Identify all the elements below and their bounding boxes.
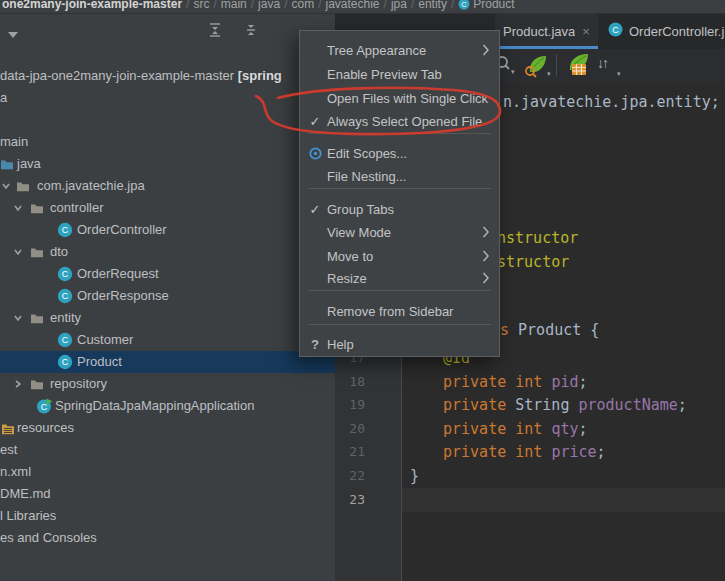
tree-item-label: l Libraries	[0, 505, 56, 527]
breadcrumb-separator: /	[251, 0, 254, 11]
spring-data-table-icon[interactable]	[564, 51, 593, 84]
tree-item-ordercontroller[interactable]: COrderController	[0, 219, 335, 241]
tree-item-label: main	[0, 131, 28, 153]
menu-item-label: Group Tabs	[327, 198, 394, 221]
tree-item-product[interactable]: CProduct	[0, 351, 335, 373]
svg-text:C: C	[62, 269, 69, 279]
code-line: }	[410, 468, 419, 485]
class-icon: C	[57, 285, 73, 307]
tree-item-resources[interactable]: resources	[0, 417, 335, 439]
code-line: structor	[497, 254, 569, 271]
class-icon: C	[57, 219, 73, 241]
tab-label: Product.java	[503, 24, 575, 39]
menu-item-label: Enable Preview Tab	[327, 63, 442, 86]
breadcrumb-separator: /	[318, 0, 321, 11]
breadcrumb-item-java[interactable]: java	[258, 0, 280, 11]
close-icon[interactable]: ×	[582, 24, 590, 39]
tree-item-dto[interactable]: dto	[0, 241, 335, 263]
menu-item-group-tabs[interactable]: ✓Group Tabs	[300, 198, 499, 221]
tree-item-springdatajpamappingapplication[interactable]: CSpringDataJpaMappingApplication	[0, 395, 335, 417]
submenu-arrow-icon	[482, 43, 490, 60]
menu-item-resize[interactable]: Resize	[300, 267, 499, 290]
tree-item-entity[interactable]: entity	[0, 307, 335, 329]
tree-item-label: est	[0, 439, 17, 461]
chevron-down-icon[interactable]	[13, 241, 23, 263]
menu-item-tree-appearance[interactable]: Tree Appearance	[300, 39, 499, 62]
collapse-all-icon[interactable]	[243, 22, 259, 42]
chevron-down-icon[interactable]	[13, 197, 23, 219]
menu-item-label: Tree Appearance	[327, 39, 426, 62]
ide-window: one2many-join-example-master/src/main/ja…	[0, 0, 725, 581]
submenu-arrow-icon	[482, 225, 490, 242]
line-number[interactable]: 22	[341, 468, 365, 483]
class-icon: C	[57, 329, 73, 351]
tree-item-orderrequest[interactable]: COrderRequest	[0, 263, 335, 285]
breadcrumb-item-entity[interactable]: entity	[418, 0, 447, 11]
line-number[interactable]: 19	[341, 397, 365, 412]
breadcrumb-file[interactable]: Product	[473, 0, 514, 11]
menu-item-edit-scopes[interactable]: Edit Scopes...	[300, 142, 499, 165]
menu-item-open-files-with-single-click[interactable]: Open Files with Single Click	[300, 87, 499, 110]
checkmark-icon: ✓	[306, 110, 324, 133]
chevron-right-icon[interactable]	[13, 373, 23, 395]
menu-item-remove-from-sidebar[interactable]: Remove from Sidebar	[300, 300, 499, 323]
menu-separator	[308, 133, 491, 134]
svg-text:C: C	[62, 225, 69, 235]
tree-item-label: n.xml	[0, 461, 31, 483]
sort-arrows-icon[interactable]: ↓↑	[597, 55, 607, 71]
chevron-down-icon[interactable]	[1, 175, 11, 197]
package-icon	[16, 175, 30, 197]
line-number[interactable]: 21	[341, 444, 365, 459]
breadcrumb-item-javatechie[interactable]: javatechie	[325, 0, 379, 11]
menu-separator	[308, 188, 491, 189]
menu-item-help[interactable]: ?Help	[300, 333, 499, 356]
tree-item-l-libraries[interactable]: l Libraries	[0, 505, 335, 527]
menu-item-label: Always Select Opened File	[327, 110, 482, 133]
menu-item-label: Remove from Sidebar	[327, 300, 453, 323]
expand-all-icon[interactable]	[207, 22, 223, 42]
tree-item-customer[interactable]: CCustomer	[0, 329, 335, 351]
menu-item-view-mode[interactable]: View Mode	[300, 221, 499, 244]
tree-item-main[interactable]: main	[0, 131, 335, 153]
tree-item-orderresponse[interactable]: COrderResponse	[0, 285, 335, 307]
tree-item-dme-md[interactable]: DME.md	[0, 483, 335, 505]
submenu-arrow-icon	[482, 249, 490, 266]
class-icon: C	[57, 351, 73, 373]
tree-item-label: a	[0, 87, 7, 109]
chevron-down-icon[interactable]	[13, 307, 23, 329]
tree-item-es-and-consoles[interactable]: es and Consoles	[0, 527, 335, 549]
line-number[interactable]: 23	[341, 492, 365, 507]
menu-item-file-nesting[interactable]: File Nesting...	[300, 165, 499, 188]
code-line: private int pid;	[443, 374, 588, 391]
project-dropdown-arrow-icon[interactable]	[6, 26, 20, 44]
line-number[interactable]: 20	[341, 421, 365, 436]
menu-item-enable-preview-tab[interactable]: Enable Preview Tab	[300, 63, 499, 86]
breadcrumb-item-src[interactable]: src	[193, 0, 209, 11]
project-panel[interactable]: data-jpa-one2many-join-example-master [s…	[0, 13, 336, 581]
tree-item-repository[interactable]: repository	[0, 373, 335, 395]
menu-item-always-select-opened-file[interactable]: ✓Always Select Opened File	[300, 110, 499, 133]
breadcrumb-item-com[interactable]: com	[291, 0, 314, 11]
tree-item-controller[interactable]: controller	[0, 197, 335, 219]
tree-item-a[interactable]: a	[0, 87, 335, 109]
tree-item-label: Customer	[77, 329, 133, 351]
tree-item-est[interactable]: est	[0, 439, 335, 461]
tree-item-java[interactable]: java	[0, 153, 335, 175]
tree-item-data-jpa-one2many-join-example-master[interactable]: data-jpa-one2many-join-example-master [s…	[0, 65, 335, 87]
class-run-icon: C	[36, 395, 53, 417]
code-line: n.javatechie.jpa.entity;	[503, 94, 720, 111]
breadcrumb-item-jpa[interactable]: jpa	[391, 0, 407, 11]
tree-item-label: resources	[17, 417, 74, 439]
menu-item-move-to[interactable]: Move to	[300, 245, 499, 268]
tree-item-com-javatechie-jpa[interactable]: com.javatechie.jpa	[0, 175, 335, 197]
tab-label: OrderController.j	[629, 24, 724, 39]
breadcrumb-project[interactable]: one2many-join-example-master	[2, 0, 182, 11]
package-icon	[30, 197, 44, 219]
breadcrumb: one2many-join-example-master/src/main/ja…	[0, 0, 725, 14]
tree-item-n-xml[interactable]: n.xml	[0, 461, 335, 483]
tab-product-java[interactable]: Product.java ×	[495, 13, 598, 49]
line-number[interactable]: 18	[341, 374, 365, 389]
breadcrumb-item-main[interactable]: main	[221, 0, 247, 11]
tab-ordercontroller-java[interactable]: C OrderController.j	[601, 13, 725, 49]
spring-data-search-icon[interactable]	[523, 52, 550, 83]
